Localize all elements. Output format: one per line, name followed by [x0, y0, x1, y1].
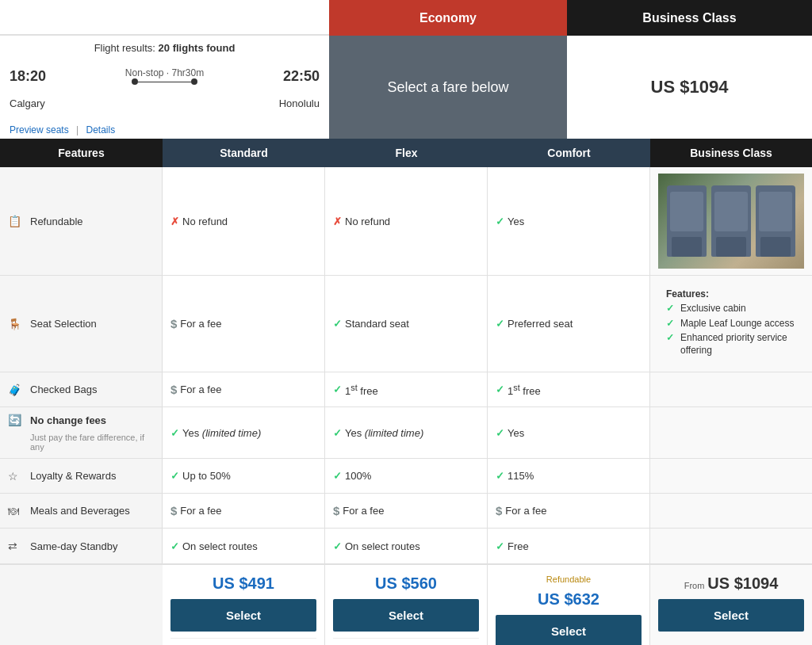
details-link[interactable]: Details: [86, 124, 116, 135]
seat-3: [756, 185, 795, 257]
feature-text: Maple Leaf Lounge access: [680, 318, 794, 330]
feature-change-fees: 🔄 No change fees Just pay the fare diffe…: [0, 407, 163, 458]
cell-text: Standard seat: [345, 318, 409, 330]
standard-waitlist: You will be waitlisted between Calgary (…: [170, 638, 316, 645]
standard-standby: ✓ On select routes: [163, 529, 325, 563]
flex-standby: ✓ On select routes: [325, 529, 488, 563]
business-seat: Features: ✓ Exclusive cabin ✓ Maple Leaf…: [650, 276, 812, 372]
flights-found-count: 20 flights found: [159, 42, 236, 54]
feature-text: Enhanced priority service offering: [680, 332, 796, 357]
dollar-icon: $: [333, 504, 339, 517]
cell-text: For a fee: [180, 505, 221, 517]
business-features: Features: ✓ Exclusive cabin ✓ Maple Leaf…: [658, 282, 804, 365]
flex-seat: ✓ Standard seat: [325, 276, 488, 372]
feature-checked-bags: 🧳 Checked Bags: [0, 372, 163, 406]
comfort-standby: ✓ Free: [488, 529, 650, 563]
feature-sublabel: Just pay the fare difference, if any: [8, 433, 154, 452]
feature-item-1: ✓ Exclusive cabin: [666, 303, 796, 315]
col-header-standard: Standard: [163, 139, 325, 167]
business-meals: [650, 494, 812, 528]
cell-text: On select routes: [182, 540, 258, 552]
preview-seats-link[interactable]: Preview seats: [10, 124, 69, 135]
check-icon: ✓: [496, 216, 504, 227]
standard-seat: $ For a fee: [163, 276, 325, 372]
cross-icon: ✗: [170, 216, 179, 227]
cell-text: For a fee: [505, 505, 546, 517]
comfort-refundable-label: Refundable: [546, 574, 591, 584]
meal-icon: 🍽: [8, 505, 24, 517]
standard-meals: $ For a fee: [163, 494, 325, 528]
table-row: 🍽 Meals and Beverages $ For a fee $ For …: [0, 494, 812, 529]
table-row: ☆ Loyalty & Rewards ✓ Up to 50% ✓ 100% ✓…: [0, 459, 812, 494]
dest-dot: [191, 78, 197, 85]
business-price-large: US $1094: [707, 574, 778, 593]
cell-text: No refund: [182, 216, 228, 227]
tab-left-empty: [0, 0, 329, 36]
feature-label: No change fees: [30, 414, 106, 426]
business-select-button[interactable]: Select: [658, 599, 804, 632]
check-icon: ✓: [170, 470, 179, 482]
standard-select-button[interactable]: Select: [170, 599, 316, 632]
dollar-icon: $: [170, 504, 177, 517]
check-icon: ✓: [170, 540, 179, 552]
cell-text: 115%: [508, 470, 534, 482]
feature-loyalty: ☆ Loyalty & Rewards: [0, 459, 163, 493]
cell-text: No refund: [345, 216, 390, 227]
table-row: 🪑 Seat Selection $ For a fee ✓ Standard …: [0, 276, 812, 372]
check-icon: ✓: [333, 318, 342, 330]
standard-loyalty: ✓ Up to 50%: [163, 459, 325, 493]
flight-results-label: Flight results:: [94, 42, 155, 54]
feature-text: Exclusive cabin: [680, 303, 746, 315]
business-tab-label: Business Class: [642, 11, 736, 25]
check-icon: ✓: [333, 540, 342, 552]
col-header-flex: Flex: [325, 139, 488, 167]
feature-item-3: ✓ Enhanced priority service offering: [666, 332, 796, 357]
feature-label: Refundable: [30, 216, 83, 227]
change-icon: 🔄: [8, 414, 24, 426]
feature-refundable: 📋 Refundable: [0, 167, 163, 275]
flex-meals: $ For a fee: [325, 494, 488, 528]
seat-1: [667, 185, 707, 257]
check-icon: ✓: [496, 384, 504, 395]
tab-economy[interactable]: Economy: [329, 0, 567, 36]
bag-icon: 🧳: [8, 384, 24, 396]
cell-text: Preferred seat: [508, 318, 573, 330]
table-row: 📋 Refundable ✗ No refund ✗ No refund ✓ Y…: [0, 167, 812, 276]
business-standby: [650, 529, 812, 563]
pricing-standard: US $491 Select You will be waitlisted be…: [163, 565, 325, 645]
standard-col-label: Standard: [220, 147, 268, 159]
comfort-bags: ✓ 1st free: [488, 372, 650, 406]
col-header-features: Features: [0, 139, 163, 167]
business-bags: [650, 372, 812, 406]
check-icon: ✓: [666, 303, 674, 315]
cell-text: On select routes: [345, 540, 420, 552]
feature-standby: ⇄ Same-day Standby: [0, 529, 163, 563]
dollar-icon: $: [170, 317, 177, 330]
business-change: [650, 407, 812, 458]
comfort-loyalty: ✓ 115%: [488, 459, 650, 493]
cell-text: Yes (limited time): [182, 427, 261, 439]
features-table: 📋 Refundable ✗ No refund ✗ No refund ✓ Y…: [0, 167, 812, 563]
check-icon: ✓: [496, 318, 504, 330]
cell-text: Yes: [508, 216, 524, 227]
flex-change: ✓ Yes (limited time): [325, 407, 488, 458]
flex-price: US $560: [375, 574, 437, 593]
dollar-icon: $: [496, 504, 502, 517]
standby-icon: ⇄: [8, 540, 24, 552]
feature-meals: 🍽 Meals and Beverages: [0, 494, 163, 528]
dest-city: Honolulu: [279, 97, 320, 109]
tab-business[interactable]: Business Class: [567, 0, 812, 36]
table-row: 🧳 Checked Bags $ For a fee ✓ 1st free ✓ …: [0, 372, 812, 407]
comfort-refundable: ✓ Yes: [488, 167, 650, 275]
pricing-business: From US $1094 Select: [650, 565, 812, 645]
dollar-icon: $: [170, 383, 177, 396]
star-icon: ☆: [8, 470, 24, 483]
cell-text: 1st free: [508, 383, 541, 397]
comfort-select-button[interactable]: Select: [496, 615, 642, 645]
business-col-label: Business Class: [690, 147, 772, 159]
arrive-time: 22:50: [283, 68, 320, 85]
flex-col-label: Flex: [395, 147, 417, 159]
origin-dot: [132, 78, 138, 85]
features-title: Features:: [666, 288, 796, 300]
flex-select-button[interactable]: Select: [333, 599, 479, 632]
